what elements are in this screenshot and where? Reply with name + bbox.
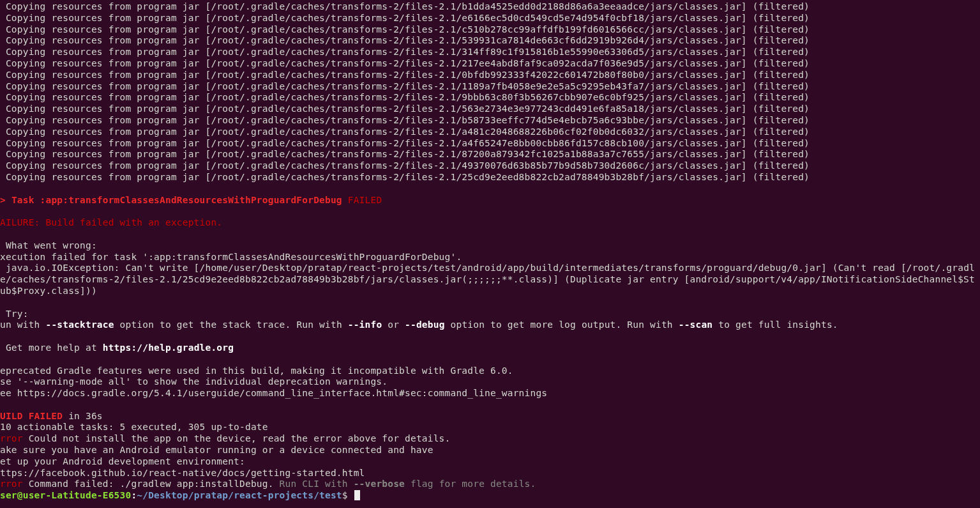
stacktrace-flag: --stacktrace xyxy=(45,319,114,330)
failure-heading: AILURE: Build failed with an exception. xyxy=(0,217,222,227)
deprecated-line-1: eprecated Gradle features were used in t… xyxy=(0,366,513,376)
copying-line: Copying resources from program jar [/roo… xyxy=(0,35,810,45)
task-failed-word: FAILED xyxy=(342,195,382,205)
copying-line: Copying resources from program jar [/roo… xyxy=(0,81,810,91)
cursor xyxy=(354,490,360,500)
copying-line: Copying resources from program jar [/roo… xyxy=(0,92,810,102)
try-line: un with --stacktrace option to get the s… xyxy=(0,319,838,330)
task-name: Task :app:transformClassesAndResourcesWi… xyxy=(11,195,342,205)
help-url: https://help.gradle.org xyxy=(103,343,234,353)
deprecated-line-2: se '--warning-mode all' to show the indi… xyxy=(0,376,388,387)
ioexception-line: java.io.IOException: Can't write [/home/… xyxy=(0,263,975,296)
copying-line: Copying resources from program jar [/roo… xyxy=(0,138,810,148)
copying-line: Copying resources from program jar [/roo… xyxy=(0,47,810,57)
info-flag: --info xyxy=(348,319,382,330)
copying-line: Copying resources from program jar [/roo… xyxy=(0,24,810,35)
shell-prompt[interactable]: ser@user-Latitude-E6530:~/Desktop/pratap… xyxy=(0,490,360,500)
copying-line: Copying resources from program jar [/roo… xyxy=(0,172,810,182)
deprecated-line-3: ee https://docs.gradle.org/5.4.1/usergui… xyxy=(0,388,547,398)
error-install-line: rror Could not install the app on the de… xyxy=(0,433,450,443)
execution-failed-line: xecution failed for task ':app:transform… xyxy=(0,252,462,262)
build-time: in 36s xyxy=(63,411,103,421)
error-install-line-3: et up your Android development environme… xyxy=(0,456,245,466)
copying-line: Copying resources from program jar [/roo… xyxy=(0,115,810,125)
copying-line: Copying resources from program jar [/roo… xyxy=(0,1,810,12)
try-heading: Try: xyxy=(0,309,29,319)
help-line: Get more help at https://help.gradle.org xyxy=(0,343,234,353)
build-failed-label: UILD FAILED xyxy=(0,411,63,421)
copying-line: Copying resources from program jar [/roo… xyxy=(0,104,810,114)
verbose-flag: --verbose xyxy=(354,479,405,489)
copying-line: Copying resources from program jar [/roo… xyxy=(0,13,810,23)
debug-flag: --debug xyxy=(405,319,445,330)
error-label: rror xyxy=(0,433,23,443)
scan-flag: --scan xyxy=(679,319,713,330)
what-went-wrong-heading: What went wrong: xyxy=(0,240,97,250)
copying-line: Copying resources from program jar [/roo… xyxy=(0,149,810,159)
prompt-path: ~/Desktop/pratap/react-projects/test xyxy=(137,490,342,500)
copying-line: Copying resources from program jar [/roo… xyxy=(0,127,810,137)
error-label-2: rror xyxy=(0,479,23,489)
error-install-url: ttps://facebook.github.io/react-native/d… xyxy=(0,468,365,478)
task-failed-line: > Task :app:transformClassesAndResources… xyxy=(0,195,382,205)
copying-line: Copying resources from program jar [/roo… xyxy=(0,58,810,68)
error-install-line-2: ake sure you have an Android emulator ru… xyxy=(0,445,433,455)
terminal-output[interactable]: Copying resources from program jar [/roo… xyxy=(0,0,980,502)
actionable-tasks-line: 10 actionable tasks: 5 executed, 305 up-… xyxy=(0,422,268,432)
error-command-line: rror Command failed: ./gradlew app:insta… xyxy=(0,479,536,489)
copying-line: Copying resources from program jar [/roo… xyxy=(0,70,810,80)
prompt-user: ser@user-Latitude-E6530 xyxy=(0,490,131,500)
build-failed-line: UILD FAILED in 36s xyxy=(0,411,103,421)
copying-line: Copying resources from program jar [/roo… xyxy=(0,160,810,171)
